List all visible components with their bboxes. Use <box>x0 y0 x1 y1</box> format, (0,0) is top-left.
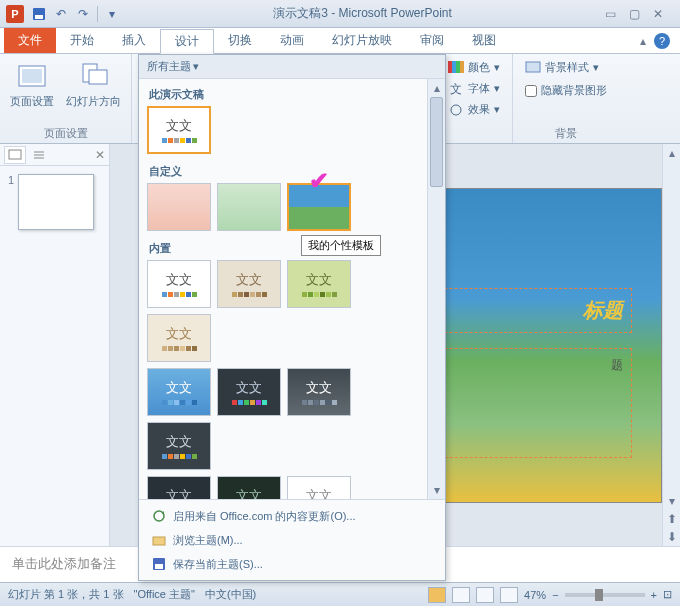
undo-button[interactable]: ↶ <box>51 4 71 24</box>
slide-mini-preview <box>18 174 94 230</box>
theme-thumb-builtin[interactable]: 文文 <box>217 368 281 416</box>
svg-rect-17 <box>9 150 21 159</box>
color-swatches <box>162 138 197 143</box>
reading-view-button[interactable] <box>476 587 494 603</box>
background-styles-button[interactable]: 背景样式 ▾ <box>521 58 603 77</box>
theme-thumb-builtin[interactable]: 文文 <box>147 476 211 499</box>
tab-animations[interactable]: 动画 <box>266 28 318 53</box>
tab-view[interactable]: 视图 <box>458 28 510 53</box>
group-background: 背景样式 ▾ 隐藏背景图形 背景 <box>513 54 619 143</box>
group-page-setup: 页面设置 幻灯片方向 页面设置 <box>0 54 132 143</box>
svg-rect-5 <box>89 70 107 84</box>
editor-scrollbar[interactable]: ▴ ▾ ⬆ ⬇ <box>662 144 680 546</box>
outline-tab[interactable] <box>28 146 50 164</box>
scroll-down-button[interactable]: ▾ <box>663 492 680 510</box>
theme-thumb-builtin[interactable]: 文文 <box>287 368 351 416</box>
theme-thumb-builtin[interactable]: 文文 <box>147 422 211 470</box>
section-custom: 自定义 <box>147 160 419 183</box>
section-this-presentation: 此演示文稿 <box>147 83 419 106</box>
slide-orientation-button[interactable]: 幻灯片方向 <box>64 58 123 111</box>
enable-office-content-button[interactable]: 启用来自 Office.com 的内容更新(O)... <box>143 504 441 528</box>
theme-thumb-custom-3[interactable]: ✔ 我的个性模板 <box>287 183 351 231</box>
thumbnails-tab[interactable] <box>4 146 26 164</box>
theme-tooltip: 我的个性模板 <box>301 235 381 256</box>
browse-themes-button[interactable]: 浏览主题(M)... <box>143 528 441 552</box>
svg-rect-1 <box>35 15 43 19</box>
tab-review[interactable]: 审阅 <box>406 28 458 53</box>
scroll-down-button[interactable]: ▾ <box>428 481 445 499</box>
bg-styles-icon <box>525 61 541 75</box>
hide-bg-graphics-checkbox[interactable]: 隐藏背景图形 <box>521 81 611 100</box>
svg-rect-3 <box>22 69 42 83</box>
tab-slideshow[interactable]: 幻灯片放映 <box>318 28 406 53</box>
folder-icon <box>151 532 167 548</box>
normal-view-button[interactable] <box>428 587 446 603</box>
svg-rect-13 <box>460 61 464 73</box>
scroll-up-button[interactable]: ▴ <box>428 79 445 97</box>
theme-thumb-custom-1[interactable] <box>147 183 211 231</box>
zoom-thumb[interactable] <box>595 589 603 601</box>
svg-point-15 <box>451 105 461 115</box>
svg-rect-9 <box>155 564 163 569</box>
help-icon[interactable]: ? <box>654 33 670 49</box>
zoom-in-button[interactable]: + <box>651 589 657 601</box>
gallery-header[interactable]: 所有主题▾ <box>139 55 445 79</box>
theme-gallery-dropdown: 所有主题▾ 此演示文稿 文文 自定义 ✔ 我的 <box>138 54 446 581</box>
tab-home[interactable]: 开始 <box>56 28 108 53</box>
ribbon-minimize-icon[interactable]: ▴ <box>640 34 646 48</box>
theme-thumb-builtin[interactable]: 文文 <box>287 260 351 308</box>
tab-design[interactable]: 设计 <box>160 29 214 54</box>
svg-rect-7 <box>153 537 165 545</box>
save-button[interactable] <box>29 4 49 24</box>
colors-icon <box>448 61 464 75</box>
qat-separator <box>97 6 98 22</box>
tab-transitions[interactable]: 切换 <box>214 28 266 53</box>
colors-button[interactable]: 颜色 ▾ <box>444 58 504 77</box>
status-bar: 幻灯片 第 1 张，共 1 张 "Office 主题" 中文(中国) 47% −… <box>0 582 680 606</box>
zoom-out-button[interactable]: − <box>552 589 558 601</box>
theme-thumb-builtin[interactable]: 文文 <box>217 476 281 499</box>
language-indicator[interactable]: 中文(中国) <box>205 587 256 602</box>
svg-rect-11 <box>452 61 456 73</box>
scroll-thumb[interactable] <box>430 97 443 187</box>
checkmark-icon: ✔ <box>309 167 329 195</box>
theme-thumb-current[interactable]: 文文 <box>147 106 211 154</box>
redo-button[interactable]: ↷ <box>73 4 93 24</box>
theme-thumb-builtin[interactable]: 文文 <box>287 476 351 499</box>
zoom-slider[interactable] <box>565 593 645 597</box>
gallery-scrollbar[interactable]: ▴ ▾ <box>427 79 445 499</box>
slide-panel: ✕ 1 <box>0 144 110 546</box>
sorter-view-button[interactable] <box>452 587 470 603</box>
zoom-value[interactable]: 47% <box>524 589 546 601</box>
effects-button[interactable]: 效果 ▾ <box>444 100 504 119</box>
slideshow-view-button[interactable] <box>500 587 518 603</box>
panel-close-button[interactable]: ✕ <box>95 148 105 162</box>
theme-thumb-builtin[interactable]: 文文 <box>147 368 211 416</box>
title-bar: P ↶ ↷ ▾ 演示文稿3 - Microsoft PowerPoint ▭ ▢… <box>0 0 680 28</box>
close-button[interactable]: ✕ <box>653 7 671 21</box>
theme-thumb-builtin[interactable]: 文文 <box>217 260 281 308</box>
theme-thumb-custom-2[interactable] <box>217 183 281 231</box>
fit-window-button[interactable]: ⊡ <box>663 588 672 601</box>
tab-insert[interactable]: 插入 <box>108 28 160 53</box>
prev-slide-button[interactable]: ⬆ <box>663 510 680 528</box>
maximize-button[interactable]: ▢ <box>629 7 647 21</box>
slide-thumbnail-1[interactable]: 1 <box>0 166 109 238</box>
svg-text:文: 文 <box>450 82 462 96</box>
page-setup-button[interactable]: 页面设置 <box>8 58 56 111</box>
refresh-icon <box>151 508 167 524</box>
theme-thumb-builtin[interactable]: 文文 <box>147 260 211 308</box>
scroll-up-button[interactable]: ▴ <box>663 144 680 162</box>
fonts-icon: 文 <box>448 82 464 96</box>
qat-more-button[interactable]: ▾ <box>102 4 122 24</box>
save-theme-button[interactable]: 保存当前主题(S)... <box>143 552 441 576</box>
window-title: 演示文稿3 - Microsoft PowerPoint <box>123 5 602 22</box>
app-icon: P <box>6 5 24 23</box>
fonts-button[interactable]: 文字体 ▾ <box>444 79 504 98</box>
minimize-button[interactable]: ▭ <box>605 7 623 21</box>
next-slide-button[interactable]: ⬇ <box>663 528 680 546</box>
theme-thumb-builtin[interactable]: 文文 <box>147 314 211 362</box>
ribbon-tabs: 文件 开始 插入 设计 切换 动画 幻灯片放映 审阅 视图 ▴ ? <box>0 28 680 54</box>
tab-file[interactable]: 文件 <box>4 28 56 53</box>
slide-counter: 幻灯片 第 1 张，共 1 张 <box>8 587 124 602</box>
